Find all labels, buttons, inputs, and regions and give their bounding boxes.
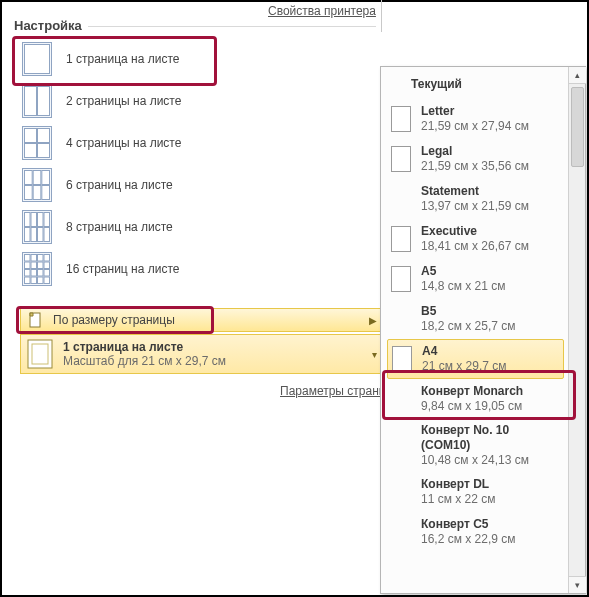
svg-rect-18 <box>25 213 31 227</box>
svg-rect-23 <box>31 228 37 242</box>
paper-size-name: Executive <box>421 224 529 239</box>
pages-per-sheet-label: 2 страницы на листе <box>66 94 181 108</box>
svg-rect-3 <box>25 87 37 116</box>
paper-icon <box>391 106 411 132</box>
paper-size-option[interactable]: B5 18,2 см x 25,7 см <box>387 299 564 339</box>
svg-rect-1 <box>25 45 50 74</box>
svg-rect-12 <box>33 171 41 185</box>
pages-per-sheet-option[interactable]: 1 страница на листе <box>14 38 374 80</box>
pages-per-sheet-option[interactable]: 16 страниц на листе <box>14 248 374 290</box>
svg-rect-32 <box>31 262 37 269</box>
printer-properties-link[interactable]: Свойства принтера <box>268 4 376 18</box>
svg-rect-42 <box>44 277 50 284</box>
paper-size-dims: 9,84 см x 19,05 см <box>421 399 523 414</box>
pages-per-sheet-label: 1 страница на листе <box>66 52 179 66</box>
svg-rect-15 <box>33 186 41 200</box>
svg-rect-34 <box>44 262 50 269</box>
paper-size-dims: 21 см x 29,7 см <box>422 359 507 374</box>
grid-icon <box>20 210 54 244</box>
paper-icon <box>391 266 411 292</box>
paper-size-option[interactable]: Конверт Monarch 9,84 см x 19,05 см <box>387 379 564 419</box>
svg-rect-9 <box>38 144 50 158</box>
scroll-thumb[interactable] <box>571 87 584 167</box>
scroll-up-button[interactable]: ▴ <box>569 67 586 84</box>
scroll-down-button[interactable]: ▾ <box>569 576 586 593</box>
svg-rect-28 <box>31 255 37 262</box>
grid-icon <box>20 126 54 160</box>
svg-rect-20 <box>38 213 44 227</box>
paper-size-dims: 11 см x 22 см <box>421 492 496 507</box>
pages-per-sheet-option[interactable]: 4 страницы на листе <box>14 122 374 164</box>
pages-per-sheet-option[interactable]: 8 страниц на листе <box>14 206 374 248</box>
svg-rect-37 <box>38 270 44 277</box>
pages-per-sheet-option[interactable]: 2 страницы на листе <box>14 80 374 122</box>
svg-rect-8 <box>25 144 37 158</box>
paper-size-option[interactable]: Letter 21,59 см x 27,94 см <box>387 99 564 139</box>
paper-size-option[interactable]: Конверт No. 10 (COM10) 10,48 см x 24,13 … <box>387 419 564 472</box>
paper-size-name: Конверт No. 10 (COM10) <box>421 423 560 453</box>
paper-size-option[interactable]: Конверт DL 11 см x 22 см <box>387 472 564 512</box>
paper-size-dims: 16,2 см x 22,9 см <box>421 532 516 547</box>
scale-to-paper-size-menu[interactable]: По размеру страницы ▶ <box>20 308 390 332</box>
paper-icon <box>391 226 411 252</box>
current-selection-title: 1 страница на листе <box>63 340 226 354</box>
paper-size-dims: 10,48 см x 24,13 см <box>421 453 560 468</box>
paper-size-name: Конверт DL <box>421 477 496 492</box>
paper-size-dims: 18,41 см x 26,67 см <box>421 239 529 254</box>
page-icon <box>27 339 53 369</box>
paper-size-dims: 21,59 см x 27,94 см <box>421 119 529 134</box>
paper-size-dims: 21,59 см x 35,56 см <box>421 159 529 174</box>
svg-rect-40 <box>31 277 37 284</box>
grid-icon <box>20 84 54 118</box>
paper-size-dims: 13,97 см x 21,59 см <box>421 199 529 214</box>
paper-size-name: A5 <box>421 264 506 279</box>
paper-icon <box>392 346 412 372</box>
svg-rect-16 <box>42 186 50 200</box>
svg-rect-39 <box>25 277 31 284</box>
svg-rect-14 <box>25 186 33 200</box>
pages-per-sheet-label: 8 страниц на листе <box>66 220 173 234</box>
pages-per-sheet-label: 6 страниц на листе <box>66 178 173 192</box>
pages-per-sheet-label: 4 страницы на листе <box>66 136 181 150</box>
svg-rect-21 <box>44 213 50 227</box>
svg-rect-33 <box>38 262 44 269</box>
grid-icon <box>20 42 54 76</box>
svg-rect-41 <box>38 277 44 284</box>
svg-rect-35 <box>25 270 31 277</box>
paper-size-option[interactable]: Конверт C5 16,2 см x 22,9 см <box>387 512 564 552</box>
svg-rect-36 <box>31 270 37 277</box>
paper-size-option[interactable]: Executive 18,41 см x 26,67 см <box>387 219 564 259</box>
section-header: Настройка <box>14 18 82 33</box>
paper-size-name: Конверт Monarch <box>421 384 523 399</box>
svg-rect-7 <box>38 129 50 143</box>
flyout-heading: Текущий <box>387 73 564 99</box>
current-selection-dropdown[interactable]: 1 страница на листе Масштаб для 21 см x … <box>20 334 390 374</box>
svg-rect-29 <box>38 255 44 262</box>
svg-rect-27 <box>25 255 31 262</box>
svg-rect-13 <box>42 171 50 185</box>
pages-per-sheet-label: 16 страниц на листе <box>66 262 179 276</box>
paper-size-name: Legal <box>421 144 529 159</box>
svg-rect-6 <box>25 129 37 143</box>
svg-rect-19 <box>31 213 37 227</box>
paper-size-name: Конверт C5 <box>421 517 516 532</box>
paper-size-option[interactable]: A4 21 см x 29,7 см <box>387 339 564 379</box>
flyout-scrollbar[interactable]: ▴ ▾ <box>568 67 585 593</box>
svg-rect-22 <box>25 228 31 242</box>
svg-rect-25 <box>44 228 50 242</box>
section-divider <box>88 26 376 27</box>
paper-size-option[interactable]: Legal 21,59 см x 35,56 см <box>387 139 564 179</box>
grid-icon <box>20 168 54 202</box>
svg-rect-31 <box>25 262 31 269</box>
paper-size-option[interactable]: A5 14,8 см x 21 см <box>387 259 564 299</box>
paper-size-option[interactable]: Statement 13,97 см x 21,59 см <box>387 179 564 219</box>
paper-size-name: Statement <box>421 184 529 199</box>
pages-per-sheet-option[interactable]: 6 страниц на листе <box>14 164 374 206</box>
paper-size-name: A4 <box>422 344 507 359</box>
paper-icon <box>391 146 411 172</box>
paper-size-dims: 18,2 см x 25,7 см <box>421 319 516 334</box>
svg-rect-38 <box>44 270 50 277</box>
paper-size-dims: 14,8 см x 21 см <box>421 279 506 294</box>
paper-size-name: B5 <box>421 304 516 319</box>
svg-rect-11 <box>25 171 33 185</box>
